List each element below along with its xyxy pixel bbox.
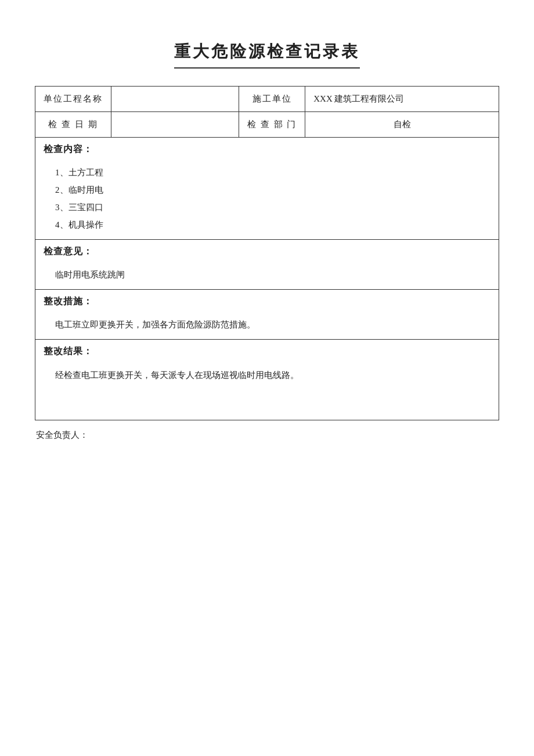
header-row-1: 单位工程名称 施工单位 XXX 建筑工程有限公司 (35, 87, 499, 112)
result-section-cell: 整改结果： 经检查电工班更换开关，每天派专人在现场巡视临时用电线路。 (35, 340, 499, 420)
content-item-1: 1、土方工程 (55, 164, 490, 181)
inspection-dept-label: 检 查 部 门 (239, 112, 305, 138)
rectification-text: 电工班立即更换开关，加强各方面危险源防范措施。 (44, 311, 490, 333)
content-section-row: 检查内容： 1、土方工程 2、临时用电 3、三宝四口 4、机具操作 (35, 138, 499, 240)
result-text: 经检查电工班更换开关，每天派专人在现场巡视临时用电线路。 (44, 361, 490, 385)
page-title: 重大危险源检查记录表 (35, 41, 499, 63)
opinion-section-label: 检查意见： (44, 246, 490, 261)
construction-unit-value: XXX 建筑工程有限公司 (305, 87, 499, 112)
content-section-label: 检查内容： (44, 143, 490, 159)
opinion-section-cell: 检查意见： 临时用电系统跳闸 (35, 240, 499, 290)
main-table: 单位工程名称 施工单位 XXX 建筑工程有限公司 检 查 日 期 检 查 部 门… (35, 86, 499, 420)
rectification-section-label: 整改措施： (44, 296, 490, 311)
content-item-4: 4、机具操作 (55, 216, 490, 233)
unit-name-label: 单位工程名称 (35, 87, 111, 112)
header-row-2: 检 查 日 期 检 查 部 门 自检 (35, 112, 499, 138)
result-section-row: 整改结果： 经检查电工班更换开关，每天派专人在现场巡视临时用电线路。 (35, 340, 499, 420)
content-section-cell: 检查内容： 1、土方工程 2、临时用电 3、三宝四口 4、机具操作 (35, 138, 499, 240)
opinion-text: 临时用电系统跳闸 (44, 261, 490, 283)
content-item-2: 2、临时用电 (55, 181, 490, 199)
inspection-date-label: 检 查 日 期 (35, 112, 111, 138)
title-underline (174, 67, 360, 69)
rectification-section-row: 整改措施： 电工班立即更换开关，加强各方面危险源防范措施。 (35, 290, 499, 340)
inspection-date-value (111, 112, 239, 138)
safety-officer-label: 安全负责人： (36, 430, 88, 440)
content-items-list: 1、土方工程 2、临时用电 3、三宝四口 4、机具操作 (44, 159, 490, 233)
opinion-section-row: 检查意见： 临时用电系统跳闸 (35, 240, 499, 290)
construction-unit-label: 施工单位 (239, 87, 305, 112)
content-item-3: 3、三宝四口 (55, 199, 490, 216)
rectification-section-cell: 整改措施： 电工班立即更换开关，加强各方面危险源防范措施。 (35, 290, 499, 340)
inspection-dept-value: 自检 (305, 112, 499, 138)
safety-officer-line: 安全负责人： (35, 430, 499, 441)
unit-name-value (111, 87, 239, 112)
result-section-label: 整改结果： (44, 345, 490, 361)
